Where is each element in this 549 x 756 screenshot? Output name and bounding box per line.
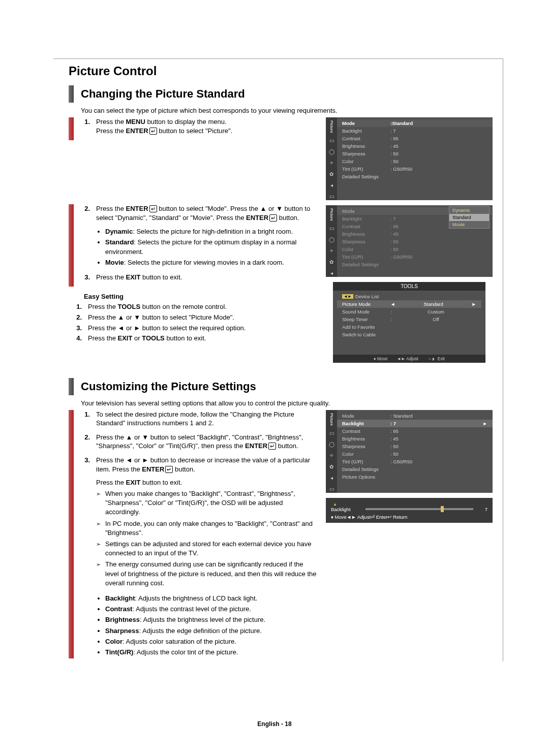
enter-icon	[268, 214, 277, 222]
step-accent	[69, 410, 74, 658]
step: 1.To select the desired picture mode, fo…	[81, 410, 317, 428]
tag-icon: ◂	[328, 270, 335, 277]
osd-picture-menu: Picture ▭ ◯ ✧ ✿ ◂ ▭ Mode:StandardBacklig…	[326, 117, 493, 200]
circle-icon: ◯	[328, 441, 335, 448]
enter-icon	[148, 127, 157, 135]
section2-intro: Your television has several setting opti…	[81, 399, 493, 407]
definitions-list: Backlight: Adjusts the brightness of LCD…	[96, 594, 317, 657]
wrench-icon: ✧	[328, 160, 335, 167]
enter-icon	[164, 465, 173, 473]
enter-icon	[148, 205, 157, 212]
section1-title: Changing the Picture Standard	[81, 85, 245, 103]
step: 2. Press the ENTER button to select "Mod…	[81, 204, 317, 222]
step: 1.Press the TOOLS button on the remote c…	[73, 302, 317, 311]
tv-icon: ▭	[328, 225, 335, 232]
osd-tools-menu: TOOLS ◄►Device List Picture Mode◄Standar…	[333, 282, 485, 363]
step: 2.Press the ▲ or ▼ button to select "Pic…	[73, 313, 317, 322]
step: 3.Press the ◄ or ► button to decrease or…	[81, 456, 317, 474]
section2-title: Customizing the Picture Settings	[81, 378, 256, 395]
page-footer: English - 18	[0, 720, 549, 728]
circle-icon: ◯	[328, 236, 335, 243]
backlight-slider-osd: ▲ Backlight 7 ♦ Move◄► Adjust⏎ Enter↩ Re…	[326, 498, 493, 523]
page-title: Picture Control	[69, 64, 493, 78]
gear-icon: ✿	[328, 259, 335, 266]
step: 1. Press the MENU button to display the …	[81, 117, 317, 135]
list-icon: ▭	[328, 486, 335, 493]
step-accent	[69, 117, 74, 140]
gear-icon: ✿	[328, 171, 335, 178]
step: 3. Press the EXIT button to exit.	[81, 273, 317, 282]
gear-icon: ✿	[328, 463, 335, 470]
section1-intro: You can select the type of picture which…	[81, 107, 493, 114]
mode-list: Dynamic: Selects the picture for high-de…	[96, 227, 317, 267]
tv-icon: ▭	[328, 430, 335, 437]
step: 3.Press the ◄ or ► button to select the …	[73, 324, 317, 333]
osd-mode-popup: Picture ▭ ◯ ✧ ✿ ◂ ModeBacklight: 7Contra…	[326, 205, 493, 277]
wrench-icon: ✧	[328, 247, 335, 255]
circle-icon: ◯	[328, 148, 335, 155]
tv-icon: ▭	[328, 137, 335, 144]
tag-icon: ◂	[328, 182, 335, 189]
osd-picture-backlight: Picture ▭ ◯ ✧ ✿ ◂ ▭ Mode: StandardBackli…	[326, 410, 493, 493]
mode-dropdown: Dynamic Standard Movie	[449, 206, 490, 229]
enter-icon	[267, 442, 276, 450]
wrench-icon: ✧	[328, 452, 335, 459]
list-icon: ▭	[328, 193, 335, 200]
slider-track	[365, 508, 473, 510]
heading-accent	[69, 378, 74, 395]
tag-icon: ◂	[328, 475, 335, 482]
easy-setting-title: Easy Setting	[84, 293, 317, 300]
step-accent	[69, 204, 74, 287]
step: 4.Press the EXIT or TOOLS button to exit…	[73, 334, 317, 343]
heading-accent	[69, 85, 74, 103]
slider-thumb	[441, 506, 444, 512]
step: 2.Press the ▲ or ▼ button to select "Bac…	[81, 433, 317, 451]
notes-list: When you make changes to "Backlight", "C…	[96, 489, 317, 588]
